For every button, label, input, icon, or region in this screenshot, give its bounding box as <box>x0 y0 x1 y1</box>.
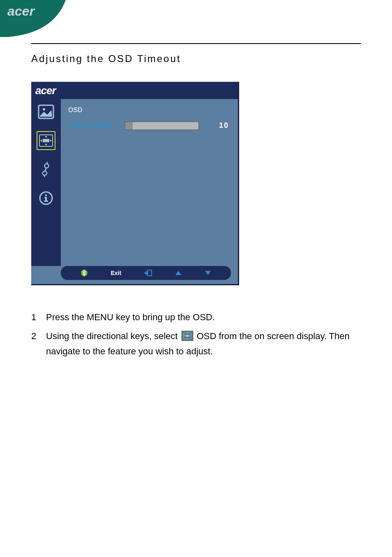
instruction-item-1: 1 Press the MENU key to bring up the OSD… <box>31 310 361 325</box>
page-title: Adjusting the OSD Timeout <box>31 53 361 65</box>
setting-icon[interactable] <box>37 160 55 179</box>
svg-rect-12 <box>45 197 47 201</box>
svg-rect-13 <box>44 201 48 202</box>
info-icon[interactable] <box>37 189 55 208</box>
picture-icon[interactable] <box>37 102 55 121</box>
osd-brand: acer <box>35 84 56 97</box>
svg-line-7 <box>44 176 45 177</box>
osd-section-title: OSD <box>68 106 231 114</box>
osd-slider-fill <box>125 122 133 129</box>
svg-text:e: e <box>83 271 85 275</box>
svg-line-8 <box>46 162 48 164</box>
page-corner-brand: acer <box>0 0 70 37</box>
osd-position-icon-inline <box>181 331 194 341</box>
osd-panel: acer <box>31 82 239 285</box>
instruction-number: 2 <box>31 329 39 359</box>
brand-text: acer <box>7 4 35 18</box>
osd-row-label: OSD Timeout <box>68 122 118 130</box>
footer-down-button[interactable] <box>205 270 211 275</box>
instruction-number: 1 <box>31 310 39 325</box>
osd-logo-bar: acer <box>31 82 238 99</box>
osd-footer: e Exit <box>61 266 231 280</box>
footer-exit-button[interactable]: Exit <box>111 270 121 276</box>
svg-point-1 <box>43 108 45 111</box>
svg-rect-3 <box>43 139 49 142</box>
enter-icon <box>144 269 152 277</box>
osd-sidebar <box>31 99 61 266</box>
triangle-up-icon <box>175 270 182 275</box>
footer-exit-label: Exit <box>111 270 121 276</box>
osd-main: OSD OSD Timeout 10 <box>61 99 238 266</box>
osd-timeout-row: OSD Timeout 10 <box>68 121 231 130</box>
svg-rect-10 <box>45 194 47 196</box>
instructions-list: 1 Press the MENU key to bring up the OSD… <box>31 310 361 359</box>
e-globe-icon: e <box>81 269 88 277</box>
osd-value: 10 <box>219 121 229 130</box>
instruction-item-2: 2 Using the directional keys, select OSD… <box>31 329 361 359</box>
triangle-down-icon <box>205 270 211 275</box>
svg-rect-18 <box>185 335 189 337</box>
footer-e-button[interactable]: e <box>81 269 88 277</box>
footer-enter-button[interactable] <box>144 269 152 277</box>
instruction-segment: Using the directional keys, select <box>46 331 180 341</box>
osd-position-icon[interactable] <box>37 131 55 150</box>
svg-point-4 <box>42 171 48 176</box>
osd-slider[interactable] <box>125 122 199 130</box>
footer-up-button[interactable] <box>175 270 182 275</box>
instruction-text: Press the MENU key to bring up the OSD. <box>46 310 361 325</box>
instruction-text: Using the directional keys, select OSD f… <box>46 329 361 359</box>
